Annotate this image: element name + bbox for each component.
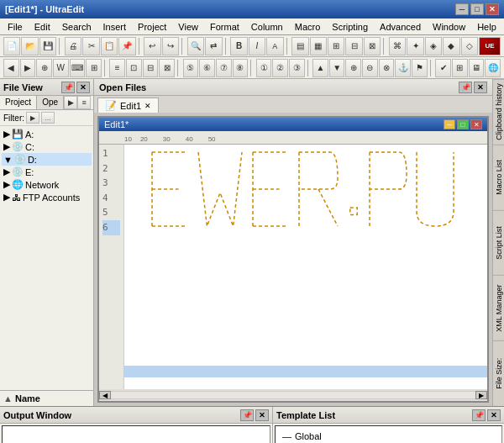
- t2-1[interactable]: ◀: [3, 59, 19, 77]
- t2-10[interactable]: ⊠: [159, 59, 175, 77]
- font-button[interactable]: A: [266, 37, 283, 55]
- menu-column[interactable]: Column: [245, 18, 289, 34]
- tree-item-a[interactable]: ▶ 💾 A:: [2, 128, 92, 140]
- edit-horizontal-scrollbar[interactable]: ◀ ▶: [99, 389, 487, 401]
- t2-19[interactable]: ▼: [329, 59, 345, 77]
- clipboard-history-panel[interactable]: Clipboard history: [493, 79, 504, 145]
- tb12-button[interactable]: ⌘: [389, 37, 406, 55]
- macro-list-panel[interactable]: Macro List: [493, 145, 504, 210]
- menu-view[interactable]: View: [172, 18, 204, 34]
- menu-macro[interactable]: Macro: [289, 18, 327, 34]
- t2-24[interactable]: ⚑: [412, 59, 428, 77]
- tb13-button[interactable]: ✦: [407, 37, 423, 55]
- tab-project[interactable]: Project: [0, 96, 37, 109]
- menu-edit[interactable]: Edit: [29, 18, 56, 34]
- t2-25[interactable]: ✔: [435, 59, 451, 77]
- output-content-area[interactable]: [2, 425, 270, 443]
- menu-file[interactable]: File: [2, 18, 29, 34]
- t2-16[interactable]: ②: [272, 59, 288, 77]
- t2-28[interactable]: 🌐: [485, 59, 501, 77]
- output-pin[interactable]: 📌: [240, 409, 254, 421]
- t2-6[interactable]: ⊞: [86, 59, 102, 77]
- menu-scripting[interactable]: Scripting: [326, 18, 374, 34]
- t2-20[interactable]: ⊕: [345, 59, 361, 77]
- menu-advanced[interactable]: Advanced: [374, 18, 427, 34]
- editor-tab-edit1[interactable]: 📝 Edit1 ✕: [97, 98, 159, 113]
- t2-13[interactable]: ⑦: [216, 59, 232, 77]
- tb7-button[interactable]: ▤: [291, 37, 308, 55]
- fv-arrow[interactable]: ▶: [64, 96, 77, 109]
- tab-close-button[interactable]: ✕: [144, 102, 151, 110]
- minimize-button[interactable]: ─: [455, 3, 469, 15]
- tb15-button[interactable]: ◆: [443, 37, 459, 55]
- filter-dots[interactable]: …: [41, 112, 55, 124]
- template-pin[interactable]: 📌: [472, 409, 486, 421]
- undo-button[interactable]: ↩: [144, 37, 160, 55]
- find-button[interactable]: 🔍: [187, 37, 204, 55]
- paste-button[interactable]: 📌: [118, 37, 135, 55]
- menu-search[interactable]: Search: [56, 18, 97, 34]
- t2-5[interactable]: ⌨: [70, 59, 86, 77]
- cut-button[interactable]: ✂: [82, 37, 99, 55]
- tb11-button[interactable]: ⊠: [364, 37, 381, 55]
- tree-item-e[interactable]: ▶ 💿 E:: [2, 166, 92, 178]
- t2-17[interactable]: ③: [289, 59, 305, 77]
- save-button[interactable]: 💾: [39, 37, 56, 55]
- maximize-button[interactable]: □: [470, 3, 484, 15]
- t2-8[interactable]: ⊡: [126, 59, 142, 77]
- menu-window[interactable]: Window: [427, 18, 471, 34]
- t2-12[interactable]: ⑥: [199, 59, 215, 77]
- tree-item-c[interactable]: ▶ 💿 C:: [2, 140, 92, 153]
- t2-21[interactable]: ⊖: [362, 59, 378, 77]
- t2-27[interactable]: 🖥: [469, 59, 485, 77]
- xml-manager-panel[interactable]: XML Manager: [493, 275, 504, 340]
- tree-item-d[interactable]: ▼ 💿 D:: [2, 153, 92, 166]
- t2-11[interactable]: ⑤: [183, 59, 199, 77]
- t2-15[interactable]: ①: [256, 59, 272, 77]
- italic-button[interactable]: I: [249, 37, 265, 55]
- copy-button[interactable]: 📋: [101, 37, 118, 55]
- tab-open[interactable]: Ope: [37, 96, 64, 109]
- file-view-close[interactable]: ✕: [76, 82, 90, 93]
- close-button[interactable]: ✕: [486, 3, 499, 15]
- scroll-right-btn[interactable]: ▶: [475, 391, 487, 399]
- file-view-pin[interactable]: 📌: [61, 82, 75, 93]
- tb14-button[interactable]: ◈: [425, 37, 442, 55]
- redo-button[interactable]: ↪: [162, 37, 179, 55]
- scroll-left-btn[interactable]: ◀: [99, 391, 111, 399]
- t2-7[interactable]: ≡: [109, 59, 125, 77]
- edit-win-maximize[interactable]: □: [457, 119, 469, 129]
- open-button[interactable]: 📂: [21, 37, 38, 55]
- tb8-button[interactable]: ▦: [310, 37, 327, 55]
- t2-26[interactable]: ⊞: [452, 59, 468, 77]
- template-close[interactable]: ✕: [487, 409, 501, 421]
- tree-item-network[interactable]: ▶ 🌐 Network: [2, 178, 92, 191]
- edit-win-close[interactable]: ✕: [470, 119, 482, 129]
- t2-9[interactable]: ⊟: [143, 59, 159, 77]
- t2-18[interactable]: ▲: [312, 59, 328, 77]
- menu-help[interactable]: Help: [471, 18, 502, 34]
- bold-button[interactable]: B: [230, 37, 247, 55]
- edit-win-minimize[interactable]: ─: [444, 119, 455, 129]
- tb9-button[interactable]: ⊞: [328, 37, 344, 55]
- menu-insert[interactable]: Insert: [97, 18, 133, 34]
- print-button[interactable]: 🖨: [65, 37, 81, 55]
- tb16-button[interactable]: ◇: [461, 37, 478, 55]
- filter-arrow[interactable]: ▶: [26, 112, 39, 124]
- output-close[interactable]: ✕: [255, 409, 269, 421]
- new-button[interactable]: 📄: [3, 37, 20, 55]
- t2-4[interactable]: W: [53, 59, 69, 77]
- t2-14[interactable]: ⑧: [233, 59, 249, 77]
- replace-button[interactable]: ⇄: [205, 37, 222, 55]
- file-size-panel[interactable]: File Size:: [493, 340, 504, 406]
- menu-project[interactable]: Project: [132, 18, 172, 34]
- t2-22[interactable]: ⊗: [379, 59, 395, 77]
- t2-2[interactable]: ▶: [20, 59, 36, 77]
- fv-menu[interactable]: ≡: [77, 96, 91, 109]
- menu-format[interactable]: Format: [204, 18, 245, 34]
- tb10-button[interactable]: ⊟: [345, 37, 362, 55]
- open-files-close[interactable]: ✕: [474, 82, 487, 93]
- t2-3[interactable]: ⊕: [36, 59, 52, 77]
- script-list-panel[interactable]: Script List: [493, 210, 504, 276]
- open-files-pin[interactable]: 📌: [459, 82, 472, 93]
